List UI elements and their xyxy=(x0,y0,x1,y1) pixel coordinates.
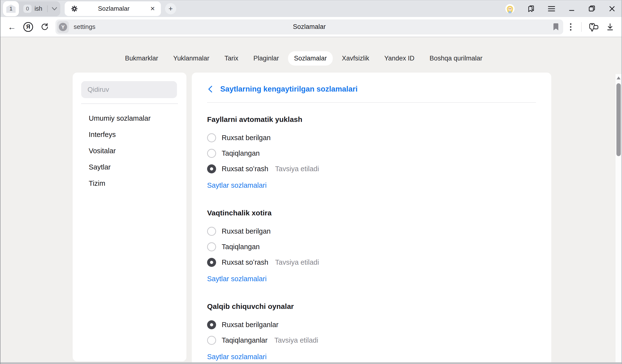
settings-main-panel: Saytlarning kengaytirilgan sozlamalari F… xyxy=(192,73,551,364)
radio-label: Ruxsat soʻrash xyxy=(222,258,268,266)
sidebar-item[interactable]: Saytlar xyxy=(81,159,178,175)
radio-icon[interactable] xyxy=(207,242,216,251)
sidebar-menu: Umumiy sozlamalarInterfeysVositalarSaytl… xyxy=(81,110,178,192)
close-tab-icon[interactable]: ✕ xyxy=(150,5,156,12)
subpage-title: Saytlarning kengaytirilgan sozlamalari xyxy=(220,85,358,93)
toolbar-divider xyxy=(581,22,582,32)
radio-option[interactable]: Ruxsat berilgan xyxy=(207,223,536,239)
section-heading: Qalqib chiquvchi oynalar xyxy=(207,302,536,310)
back-chevron-icon[interactable] xyxy=(207,85,214,93)
radio-label: Taqiqlanganlar xyxy=(222,336,268,344)
scroll-up-icon[interactable] xyxy=(617,76,621,79)
settings-nav-tab[interactable]: Boshqa qurilmalar xyxy=(424,51,488,66)
scrollbar-thumb[interactable] xyxy=(616,83,621,156)
address-url-text: settings xyxy=(74,23,96,31)
bookmark-page-icon[interactable] xyxy=(553,23,559,31)
section-heading: Fayllarni avtomatik yuklash xyxy=(207,115,536,124)
tab-group-other-label: ish xyxy=(35,5,42,12)
yandex-logo-icon[interactable]: Я xyxy=(23,22,33,32)
radio-option[interactable]: Ruxsat berilgan xyxy=(207,130,536,146)
settings-section: Fayllarni avtomatik yuklash Ruxsat beril… xyxy=(207,115,536,189)
settings-section: Qalqib chiquvchi oynalar Ruxsat berilgan… xyxy=(207,302,536,361)
header-divider xyxy=(207,102,536,103)
radio-icon[interactable] xyxy=(207,336,216,345)
tab-group-active[interactable]: 1 xyxy=(3,1,19,16)
sidebar-item[interactable]: Umumiy sozlamalar xyxy=(81,110,178,127)
site-settings-link[interactable]: Saytlar sozlamalari xyxy=(207,275,267,283)
settings-nav-tab[interactable]: Yandex ID xyxy=(378,51,420,66)
window-bottom-edge xyxy=(0,362,622,364)
tab-strip-right-controls xyxy=(505,4,616,13)
recommended-note: Tavsiya etiladi xyxy=(274,336,318,344)
radio-option[interactable]: Ruxsat soʻrash Tavsiya etiladi xyxy=(207,255,536,270)
tab-group-badge-icon: 1 xyxy=(6,5,16,13)
toolbar-right-controls xyxy=(567,22,614,32)
settings-section: Vaqtinchalik xotira Ruxsat berilgan Taqi… xyxy=(207,209,536,283)
sidebar-divider xyxy=(81,103,178,104)
radio-icon[interactable] xyxy=(207,133,216,142)
tab-group-other-count-badge: 0 xyxy=(23,5,32,13)
settings-nav-tab[interactable]: Tarix xyxy=(218,51,244,66)
settings-nav-tabs: BukmarklarYuklanmalarTarixPlaginlarSozla… xyxy=(0,51,607,66)
chevron-down-icon[interactable] xyxy=(52,7,57,11)
radio-label: Taqiqlangan xyxy=(222,149,260,157)
browser-tab-settings[interactable]: Sozlamalar ✕ xyxy=(65,1,161,16)
radio-option[interactable]: Ruxsat berilganlar xyxy=(207,317,536,332)
radio-icon[interactable] xyxy=(207,149,216,158)
settings-nav-tab[interactable]: Sozlamalar xyxy=(288,51,332,66)
bookmarks-icon[interactable] xyxy=(527,5,535,13)
downloads-icon[interactable] xyxy=(606,23,614,31)
radio-icon[interactable] xyxy=(207,320,216,329)
side-panels-icon[interactable] xyxy=(589,22,599,32)
radio-icon[interactable] xyxy=(207,164,216,173)
settings-nav-tab[interactable]: Bukmarklar xyxy=(119,51,164,66)
browser-toolbar: ← Я Y settings Sozlamalar xyxy=(0,17,622,37)
radio-option[interactable]: Taqiqlangan xyxy=(207,239,536,255)
tab-strip: 1 0 ish Sozlamalar ✕ xyxy=(0,0,622,17)
settings-nav-tab[interactable]: Plaginlar xyxy=(247,51,285,66)
new-tab-button[interactable]: + xyxy=(165,3,176,14)
site-favicon-icon: Y xyxy=(59,23,67,31)
restore-window-icon[interactable] xyxy=(588,5,596,13)
refresh-icon[interactable] xyxy=(40,23,49,31)
radio-icon[interactable] xyxy=(207,258,216,267)
more-options-icon[interactable] xyxy=(567,22,574,32)
subpage-header[interactable]: Saytlarning kengaytirilgan sozlamalari xyxy=(207,85,536,93)
menu-icon[interactable] xyxy=(548,6,555,12)
radio-group: Ruxsat berilganlar Taqiqlanganlar Tavsiy… xyxy=(207,317,536,348)
site-settings-link[interactable]: Saytlar sozlamalari xyxy=(207,182,267,189)
tab-group-other[interactable]: 0 ish xyxy=(23,5,57,13)
tab-groups: 1 0 ish xyxy=(3,1,60,16)
radio-icon[interactable] xyxy=(207,227,216,236)
gear-icon xyxy=(71,5,78,12)
search-input[interactable] xyxy=(81,81,177,98)
settings-page: BukmarklarYuklanmalarTarixPlaginlarSozla… xyxy=(0,37,622,364)
address-bar[interactable]: Y settings Sozlamalar xyxy=(56,19,563,35)
radio-option[interactable]: Taqiqlangan xyxy=(207,146,536,161)
radio-option[interactable]: Ruxsat soʻrash Tavsiya etiladi xyxy=(207,161,536,177)
tab-group-divider xyxy=(47,5,48,12)
tab-group-count: 1 xyxy=(9,6,12,12)
sidebar-item[interactable]: Vositalar xyxy=(81,143,178,159)
site-settings-link[interactable]: Saytlar sozlamalari xyxy=(207,353,267,361)
radio-label: Ruxsat soʻrash xyxy=(222,165,268,173)
section-heading: Vaqtinchalik xotira xyxy=(207,209,536,217)
tab-group-other-count: 0 xyxy=(26,6,29,12)
tab-title: Sozlamalar xyxy=(78,5,150,12)
radio-option[interactable]: Taqiqlanganlar Tavsiya etiladi xyxy=(207,332,536,348)
radio-label: Taqiqlangan xyxy=(222,243,260,251)
recommended-note: Tavsiya etiladi xyxy=(275,258,319,266)
user-avatar[interactable] xyxy=(505,4,515,13)
radio-group: Ruxsat berilgan Taqiqlangan Ruxsat soʻra… xyxy=(207,223,536,270)
sidebar-item[interactable]: Tizim xyxy=(81,175,178,192)
settings-nav-tab[interactable]: Xavfsizlik xyxy=(336,51,375,66)
radio-label: Ruxsat berilganlar xyxy=(222,321,279,329)
settings-nav-tab[interactable]: Yuklanmalar xyxy=(167,51,215,66)
back-icon[interactable]: ← xyxy=(8,23,16,31)
address-page-title: Sozlamalar xyxy=(56,23,563,31)
sidebar-item[interactable]: Interfeys xyxy=(81,127,178,143)
close-window-icon[interactable] xyxy=(608,5,616,12)
site-favicon-chip: Y xyxy=(57,21,69,33)
scrollbar[interactable] xyxy=(615,74,622,364)
minimize-icon[interactable] xyxy=(568,5,575,12)
